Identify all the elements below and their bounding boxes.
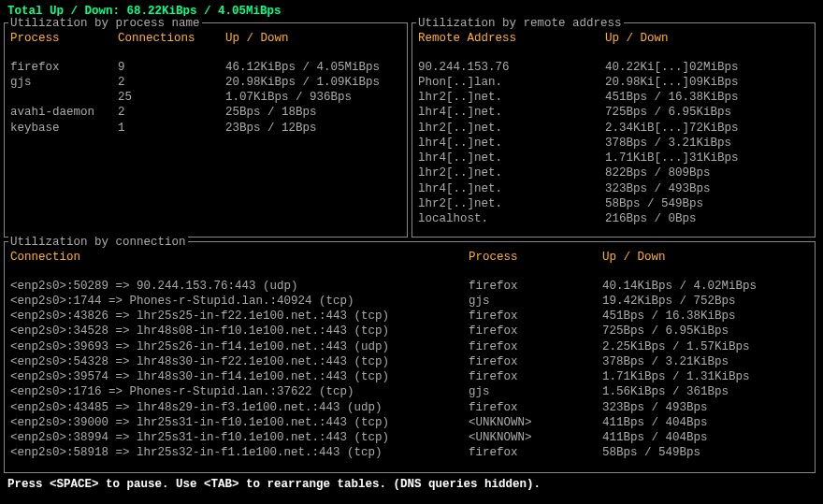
connection-rows: <enp2s0>:50289 => 90.244.153.76:443 (udp… [10,279,809,461]
remote-panel: Utilization by remote address Remote Add… [412,22,816,238]
cell-remote-address: 90.244.153.76 [418,60,605,75]
cell-updown: 19.42KiBps / 752Bps [602,294,809,309]
cell-connections: 2 [118,105,225,120]
connection-row: <enp2s0>:50289 => 90.244.153.76:443 (udp… [10,279,809,294]
cell-updown: 411Bps / 404Bps [602,415,809,430]
cell-updown: 451Bps / 16.38KiBps [602,309,809,324]
remote-row: 90.244.153.7640.22Ki[...]02MiBps [418,60,809,75]
remote-rows: 90.244.153.7640.22Ki[...]02MiBpsPhon[..]… [418,60,809,227]
header-remote-address: Remote Address [418,31,605,46]
cell-connections: 25 [118,90,225,105]
cell-updown: 1.71KiB[...]31KiBps [605,151,809,166]
process-row: gjs220.98KiBps / 1.09KiBps [10,75,401,90]
cell-connection: <enp2s0>:39000 => lhr25s31-in-f10.1e100.… [10,415,469,430]
process-table-header: Process Connections Up / Down [10,31,401,46]
process-panel: Utilization by process name Process Conn… [4,22,408,238]
cell-process: firefox [469,279,602,294]
cell-connection: <enp2s0>:1744 => Phones-r-Stupid.lan.:40… [10,294,469,309]
cell-remote-address: lhr2[..]net. [418,121,605,136]
cell-process: firefox [469,339,602,354]
connection-table-header: Connection Process Up / Down [10,250,809,265]
remote-table-header: Remote Address Up / Down [418,31,809,46]
connection-row: <enp2s0>:54328 => lhr48s30-in-f22.1e100.… [10,354,809,369]
header-updown: Up / Down [602,250,809,265]
remote-row: lhr2[..]net.58Bps / 549Bps [418,196,809,211]
cell-updown: 725Bps / 6.95KiBps [605,105,809,120]
cell-remote-address: lhr4[..]net. [418,105,605,120]
cell-process: firefox [469,354,602,369]
header-updown: Up / Down [605,31,809,46]
cell-updown: 46.12KiBps / 4.05MiBps [225,60,401,75]
cell-updown: 58Bps / 549Bps [602,445,809,460]
cell-process: firefox [469,400,602,415]
cell-remote-address: lhr4[..]net. [418,181,605,196]
cell-process [10,90,118,105]
cell-connection: <enp2s0>:38994 => lhr25s31-in-f10.1e100.… [10,430,469,445]
cell-connections: 2 [118,75,225,90]
remote-row: lhr4[..]net.725Bps / 6.95KiBps [418,105,809,120]
remote-row: lhr2[..]net.822Bps / 809Bps [418,166,809,180]
cell-process: keybase [10,121,118,136]
remote-row: lhr4[..]net.323Bps / 493Bps [418,181,809,196]
process-row: keybase123Bps / 12Bps [10,121,401,136]
cell-updown: 20.98KiBps / 1.09KiBps [225,75,401,90]
cell-updown: 40.14KiBps / 4.02MiBps [602,279,809,294]
header-process: Process [469,250,602,265]
cell-updown: 58Bps / 549Bps [605,196,809,211]
cell-updown: 1.56KiBps / 361Bps [602,384,809,399]
connection-row: <enp2s0>:34528 => lhr48s08-in-f10.1e100.… [10,324,809,338]
header-connection: Connection [10,250,469,265]
cell-connection: <enp2s0>:39693 => lhr25s26-in-f14.1e100.… [10,339,469,354]
cell-remote-address: Phon[..]lan. [418,75,605,90]
cell-updown: 25Bps / 18Bps [225,105,401,120]
connection-row: <enp2s0>:43485 => lhr48s29-in-f3.1e100.n… [10,400,809,415]
remote-row: lhr2[..]net.2.34KiB[...]72KiBps [418,121,809,136]
cell-process: <UNKNOWN> [469,415,602,430]
cell-process: <UNKNOWN> [469,430,602,445]
cell-remote-address: lhr4[..]net. [418,151,605,166]
connection-row: <enp2s0>:58918 => lhr25s32-in-f1.1e100.n… [10,445,809,460]
remote-row: localhost.216Bps / 0Bps [418,211,809,226]
remote-row: lhr4[..]net.378Bps / 3.21KiBps [418,136,809,151]
cell-updown: 2.25KiBps / 1.57KiBps [602,339,809,354]
cell-updown: 822Bps / 809Bps [605,166,809,180]
connection-row: <enp2s0>:1716 => Phones-r-Stupid.lan.:37… [10,384,809,399]
cell-process: gjs [10,75,118,90]
process-row: 251.07KiBps / 936Bps [10,90,401,105]
cell-connection: <enp2s0>:50289 => 90.244.153.76:443 (udp… [10,279,469,294]
cell-process: firefox [469,309,602,324]
connection-row: <enp2s0>:38994 => lhr25s31-in-f10.1e100.… [10,430,809,445]
connection-panel-title: Utilization by connection [8,235,188,250]
cell-remote-address: lhr4[..]net. [418,136,605,151]
cell-connection: <enp2s0>:34528 => lhr48s08-in-f10.1e100.… [10,324,469,338]
top-panels: Utilization by process name Process Conn… [4,22,819,238]
cell-updown: 40.22Ki[...]02MiBps [605,60,809,75]
cell-connection: <enp2s0>:43826 => lhr25s25-in-f22.1e100.… [10,309,469,324]
cell-remote-address: lhr2[..]net. [418,196,605,211]
process-row: firefox946.12KiBps / 4.05MiBps [10,60,401,75]
cell-connection: <enp2s0>:58918 => lhr25s32-in-f1.1e100.n… [10,445,469,460]
cell-connection: <enp2s0>:39574 => lhr48s30-in-f14.1e100.… [10,369,469,384]
cell-process: avahi-daemon [10,105,118,120]
connection-row: <enp2s0>:39693 => lhr25s26-in-f14.1e100.… [10,339,809,354]
connection-row: <enp2s0>:43826 => lhr25s25-in-f22.1e100.… [10,309,809,324]
cell-remote-address: lhr2[..]net. [418,166,605,180]
cell-process: firefox [10,60,118,75]
cell-updown: 323Bps / 493Bps [605,181,809,196]
cell-process: gjs [469,384,602,399]
cell-updown: 1.07KiBps / 936Bps [225,90,401,105]
cell-updown: 725Bps / 6.95KiBps [602,324,809,338]
header-updown: Up / Down [225,31,401,46]
cell-process: firefox [469,445,602,460]
connection-panel: Utilization by connection Connection Pro… [4,241,816,473]
remote-row: lhr2[..]net.451Bps / 16.38KiBps [418,90,809,105]
cell-updown: 323Bps / 493Bps [602,400,809,415]
footer-hint: Press <SPACE> to pause. Use <TAB> to rea… [4,473,819,492]
cell-updown: 216Bps / 0Bps [605,211,809,226]
cell-updown: 20.98Ki[...]09KiBps [605,75,809,90]
remote-row: Phon[..]lan.20.98Ki[...]09KiBps [418,75,809,90]
cell-updown: 451Bps / 16.38KiBps [605,90,809,105]
process-rows: firefox946.12KiBps / 4.05MiBpsgjs220.98K… [10,60,401,136]
cell-connection: <enp2s0>:43485 => lhr48s29-in-f3.1e100.n… [10,400,469,415]
cell-updown: 2.34KiB[...]72KiBps [605,121,809,136]
